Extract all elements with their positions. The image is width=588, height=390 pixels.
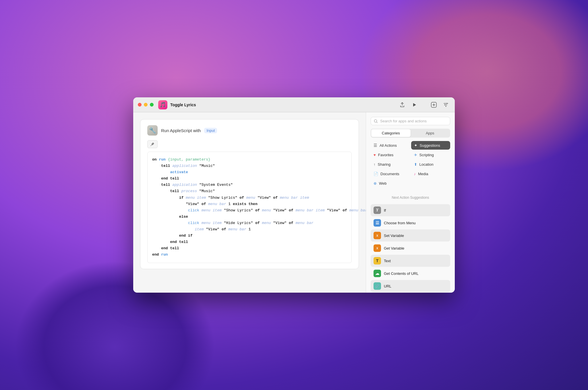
search-icon [374, 119, 378, 123]
action-label: Set Variable [384, 233, 404, 238]
location-icon: ⬆ [414, 162, 417, 167]
category-label: Favorites [378, 153, 393, 157]
doc-icon: 📄 [374, 172, 378, 176]
code-line: else [152, 214, 347, 220]
category-label: All Actions [380, 143, 397, 148]
action-icon-get-contents-url: ☁ [374, 270, 381, 277]
main-window: 🎵 Toggle Lyrics [133, 97, 455, 293]
code-line: click menu item "Show Lyrics" of menu "V… [152, 207, 347, 214]
code-editor[interactable]: on run {input, parameters} tell applicat… [147, 152, 352, 263]
action-item-set-variable[interactable]: x Set Variable [371, 229, 450, 242]
code-line: activate [152, 169, 347, 175]
app-icon: 🎵 [158, 100, 167, 109]
code-line: tell process "Music" [152, 188, 347, 194]
code-line: item "View" of menu bar 1 [152, 226, 347, 233]
tab-bar: Categories Apps [371, 129, 450, 138]
heart-icon: ♥ [374, 153, 376, 157]
add-icon [431, 102, 437, 108]
close-button[interactable] [138, 103, 142, 107]
add-action-button[interactable] [430, 101, 438, 109]
applescript-icon: 🔧 [147, 125, 158, 136]
action-icon-url: 🔗 [374, 282, 381, 290]
script-icon: ✈ [414, 153, 417, 157]
svg-point-1 [444, 104, 445, 105]
titlebar: 🎵 Toggle Lyrics [133, 97, 455, 112]
play-button[interactable] [411, 101, 418, 109]
hammer-icon [150, 142, 155, 146]
action-icon-if: Y [374, 206, 381, 214]
sidebar-item-web[interactable]: ⊕ Web [371, 179, 410, 188]
search-input[interactable] [380, 119, 447, 123]
action-label: If [384, 208, 386, 213]
action-label: Get Contents of URL [384, 271, 419, 276]
svg-point-2 [447, 103, 448, 104]
sidebar-item-media[interactable]: ♪ Media [411, 170, 450, 178]
sidebar-item-location[interactable]: ⬆ Location [411, 160, 450, 169]
code-line: tell application "System Events" [152, 182, 347, 188]
action-item-get-variable[interactable]: x Get Variable [371, 242, 450, 254]
code-line: on run {input, parameters} [152, 157, 347, 163]
play-icon [412, 102, 417, 107]
window-body: 🔧 Run AppleScript with Input on run {inp… [133, 112, 455, 293]
code-line: end if [152, 233, 347, 239]
window-title: Toggle Lyrics [170, 103, 399, 107]
action-label: Get Variable [384, 246, 404, 250]
minimize-button[interactable] [144, 103, 148, 107]
titlebar-right [430, 101, 450, 109]
input-badge[interactable]: Input [204, 128, 217, 133]
share-cat-icon: ↑ [374, 162, 376, 167]
sidebar-item-favorites[interactable]: ♥ Favorites [371, 151, 410, 159]
script-header: 🔧 Run AppleScript with Input [147, 125, 352, 136]
sidebar-item-all-actions[interactable]: ☰ All Actions [371, 141, 410, 150]
maximize-button[interactable] [150, 103, 154, 107]
search-bar [371, 117, 450, 125]
tab-categories[interactable]: Categories [371, 129, 411, 137]
action-item-get-contents-url[interactable]: ☁ Get Contents of URL [371, 267, 450, 279]
code-line: if menu item "Show Lyrics" of menu "View… [152, 195, 347, 201]
action-icon-text: T [374, 257, 381, 264]
sidebar-item-sharing[interactable]: ↑ Sharing [371, 160, 410, 169]
tab-apps[interactable]: Apps [411, 129, 450, 137]
category-label: Suggestions [420, 143, 440, 148]
list-icon: ☰ [374, 143, 377, 148]
action-label: URL [384, 284, 391, 288]
code-line: end tell [152, 245, 347, 252]
category-label: Scripting [419, 153, 434, 157]
left-panel: 🔧 Run AppleScript with Input on run {inp… [133, 112, 366, 293]
web-icon: ⊕ [374, 181, 377, 186]
action-label: Text [384, 259, 391, 263]
code-line: tell application "Music" [152, 163, 347, 169]
compile-button[interactable] [147, 140, 158, 148]
sidebar-item-scripting[interactable]: ✈ Scripting [411, 151, 450, 159]
action-item-if[interactable]: Y If [371, 204, 450, 216]
category-label: Web [379, 181, 387, 186]
action-item-text[interactable]: T Text [371, 255, 450, 267]
code-line: end tell [152, 175, 347, 182]
share-button[interactable] [399, 101, 406, 109]
code-line: "View" of menu bar 1 exists then [152, 201, 347, 207]
next-actions-title: Next Action Suggestions [371, 194, 450, 201]
action-item-url[interactable]: 🔗 URL [371, 280, 450, 292]
sidebar-item-suggestions[interactable]: ✦ Suggestions [411, 141, 450, 150]
svg-point-3 [446, 106, 446, 107]
categories-grid: ☰ All Actions ✦ Suggestions ♥ Favorites … [371, 141, 450, 188]
action-label: Choose from Menu [384, 221, 416, 225]
action-icon-get-variable: x [374, 244, 381, 252]
sidebar-item-documents[interactable]: 📄 Documents [371, 170, 410, 178]
script-card: 🔧 Run AppleScript with Input on run {inp… [140, 119, 359, 269]
category-label: Documents [380, 172, 399, 176]
category-label: Location [419, 162, 434, 167]
action-item-choose-from-menu[interactable]: ☰ Choose from Menu [371, 217, 450, 229]
action-icon-choose-from-menu: ☰ [374, 219, 381, 227]
action-list: Y If ☰ Choose from Menu x Set Variable x [371, 204, 450, 293]
category-label: Media [418, 172, 428, 176]
media-icon: ♪ [414, 172, 416, 176]
right-panel: Categories Apps ☰ All Actions ✦ Suggesti… [366, 112, 455, 293]
filter-button[interactable] [442, 101, 450, 109]
category-label: Sharing [378, 162, 391, 167]
traffic-lights [138, 103, 154, 107]
titlebar-actions [399, 101, 418, 109]
code-line: end run [152, 252, 347, 258]
action-icon-set-variable: x [374, 232, 381, 239]
filter-icon [443, 102, 449, 108]
